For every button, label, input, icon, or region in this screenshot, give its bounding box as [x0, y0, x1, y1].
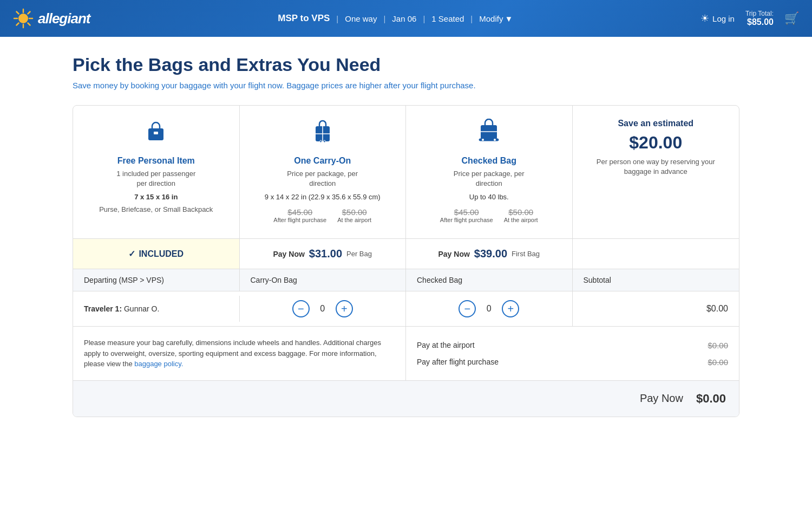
svg-rect-16 [481, 125, 497, 139]
carryon-name: One Carry-On [251, 156, 395, 166]
carryon-after-flight-label: After flight purchase [273, 217, 326, 223]
logo-area: allegiant [13, 8, 90, 29]
svg-point-20 [494, 139, 496, 141]
airport-price-label: Pay at the airport [417, 341, 475, 349]
checked-qty-value: 0 [483, 304, 494, 314]
checked-bag-name: Checked Bag [417, 156, 561, 166]
route-to: to VPS [300, 13, 330, 23]
checked-bag-dims: Up to 40 lbs. [417, 193, 561, 201]
trip-type: One way [345, 14, 377, 23]
checked-airport-price: $50.00 [504, 207, 538, 217]
after-purchase-price-value: $0.00 [708, 358, 728, 367]
checked-after-flight-price: $45.00 [440, 207, 493, 217]
modify-button[interactable]: Modify ▼ [479, 14, 513, 23]
login-label: Log in [712, 14, 735, 23]
footer-row: Pay Now $0.00 [73, 381, 739, 417]
carryon-after-flight-price-col: $45.00 After flight purchase [273, 207, 326, 223]
carryon-decrement-button[interactable]: − [292, 300, 310, 317]
carryon-pay-now-unit: Per Bag [346, 250, 372, 258]
sep2: | [383, 14, 385, 23]
checked-qty-cell: − 0 + [406, 291, 573, 326]
header: allegiant MSP to VPS | One way | Jan 06 … [0, 0, 812, 37]
cart-icon[interactable]: 🛒 [784, 11, 799, 25]
carryon-qty-value: 0 [317, 304, 328, 314]
trip-date: Jan 06 [392, 14, 416, 23]
bag-options-row: Free Personal Item 1 included per passen… [73, 106, 739, 239]
checkmark-icon: ✓ [128, 249, 135, 259]
carryon-bag-icon [251, 119, 395, 150]
empty-pay-now-cell [573, 239, 739, 269]
nav-route: MSP to VPS [278, 13, 330, 24]
carryon-option: One Carry-On Price per package, per dire… [240, 106, 407, 238]
plus-icon: + [341, 303, 348, 314]
carryon-pay-now-price: $31.00 [309, 248, 342, 260]
main-content: Pick the Bags and Extras You Need Save m… [60, 37, 752, 434]
page-subtitle: Save money by booking your baggage with … [73, 81, 739, 90]
col-subtotal: Subtotal [573, 269, 739, 291]
footer-pay-now-label: Pay Now [640, 392, 683, 405]
svg-rect-15 [324, 140, 325, 142]
nav-center: MSP to VPS | One way | Jan 06 | 1 Seated… [278, 13, 513, 24]
checked-after-flight-label: After flight purchase [440, 217, 493, 223]
svg-point-19 [482, 139, 484, 141]
personal-item-option: Free Personal Item 1 included per passen… [73, 106, 240, 238]
seats-label: 1 Seated [431, 14, 464, 23]
checked-airport-price-col: $50.00 At the airport [504, 207, 538, 223]
checked-pay-now-unit: First Bag [512, 250, 540, 258]
personal-item-name: Free Personal Item [84, 156, 228, 166]
carryon-pay-now-label: Pay Now [273, 250, 304, 258]
route-from: MSP [278, 13, 298, 23]
col-departing: Departing (MSP > VPS) [73, 269, 240, 291]
sep3: | [423, 14, 425, 23]
modify-label: Modify [479, 14, 503, 23]
checked-pay-now-label: Pay Now [438, 250, 469, 258]
notes-left: Please measure your bag carefully, dimen… [73, 327, 406, 380]
logo-text: allegiant [38, 10, 90, 27]
baggage-policy-link[interactable]: baggage policy. [134, 360, 183, 368]
col-checked: Checked Bag [406, 269, 573, 291]
col-carryon: Carry-On Bag [240, 269, 407, 291]
carryon-qty-control: − 0 + [251, 300, 395, 317]
carryon-airport-label: At the airport [337, 217, 371, 223]
login-icon: ☀ [700, 12, 709, 24]
airport-price-value: $0.00 [708, 341, 728, 350]
airport-price-row: Pay at the airport $0.00 [417, 341, 728, 350]
after-purchase-price-row: Pay after flight purchase $0.00 [417, 358, 728, 367]
carryon-prices: $45.00 After flight purchase $50.00 At t… [251, 207, 395, 223]
checked-bag-desc: Price per package, per direction [417, 169, 561, 189]
login-button[interactable]: ☀ Log in [700, 12, 735, 24]
checked-bag-option: Checked Bag Price per package, per direc… [406, 106, 573, 238]
personal-item-dims: 7 x 15 x 16 in [84, 193, 228, 201]
footer-pay-now-amount: $0.00 [696, 392, 726, 406]
personal-bag-icon [84, 119, 228, 150]
subtable-header: Departing (MSP > VPS) Carry-On Bag Check… [73, 269, 739, 291]
trip-total-label: Trip Total: [745, 10, 774, 17]
included-label: INCLUDED [139, 249, 184, 259]
save-panel: Save an estimated $20.00 Per person one … [573, 106, 739, 238]
svg-line-7 [28, 12, 30, 14]
carryon-dims: 9 x 14 x 22 in (22.9 x 35.6 x 55.9 cm) [251, 193, 395, 201]
svg-point-0 [18, 14, 28, 23]
checked-pay-now-price: $39.00 [474, 248, 507, 260]
svg-line-8 [17, 23, 19, 25]
carryon-desc: Price per package, per direction [251, 169, 395, 189]
traveler-name: Gunnar O. [124, 304, 159, 313]
carryon-airport-price: $50.00 [337, 207, 371, 217]
sep1: | [336, 14, 338, 23]
trip-total-amount: $85.00 [745, 17, 774, 27]
carryon-airport-price-col: $50.00 At the airport [337, 207, 371, 223]
carryon-increment-button[interactable]: + [336, 300, 353, 317]
checked-qty-control: − 0 + [417, 300, 561, 317]
checked-increment-button[interactable]: + [502, 300, 519, 317]
plus-icon-2: + [507, 303, 514, 314]
included-cell: ✓ INCLUDED [73, 239, 240, 269]
page-title: Pick the Bags and Extras You Need [73, 54, 739, 75]
svg-line-6 [28, 23, 30, 25]
checked-decrement-button[interactable]: − [459, 300, 476, 317]
subtotal-cell: $0.00 [573, 295, 739, 322]
checked-after-flight-price-col: $45.00 After flight purchase [440, 207, 493, 223]
checked-airport-label: At the airport [504, 217, 538, 223]
traveler-label: Traveler 1: [84, 304, 122, 313]
personal-item-type: Purse, Briefcase, or Small Backpack [84, 205, 228, 213]
traveler-name-cell: Traveler 1: Gunnar O. [73, 296, 240, 322]
